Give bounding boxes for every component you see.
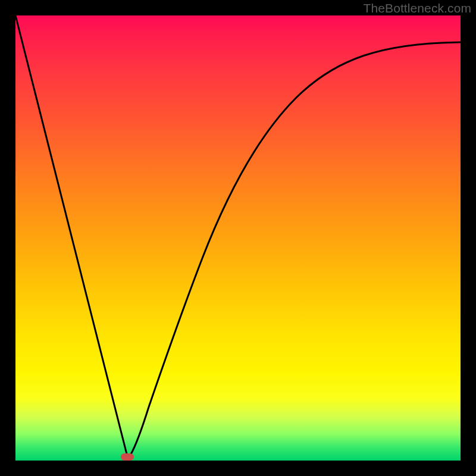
- plot-area: [15, 15, 461, 461]
- watermark-text: TheBottleneck.com: [364, 1, 471, 15]
- curve-svg: [15, 15, 461, 461]
- curve-left-branch: [15, 15, 128, 459]
- chart-frame: TheBottleneck.com: [0, 0, 476, 476]
- curve-right-branch: [128, 42, 461, 459]
- optimal-point-marker: [121, 453, 134, 461]
